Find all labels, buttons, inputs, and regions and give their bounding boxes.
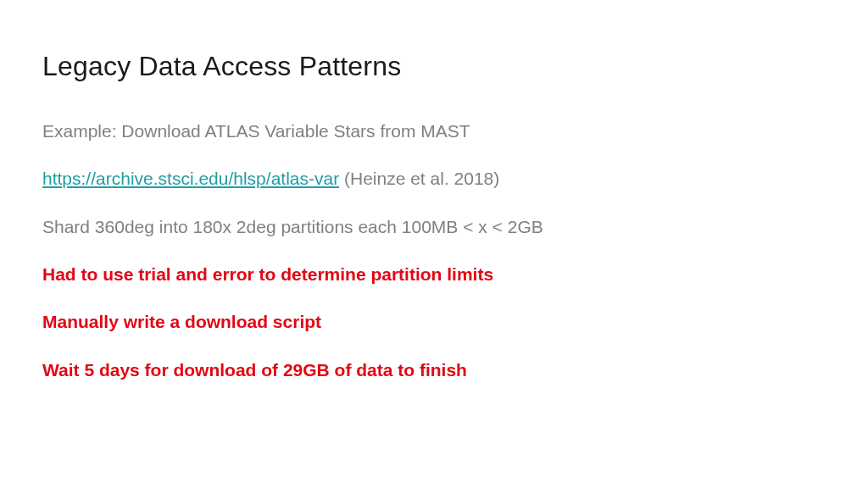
slide-title: Legacy Data Access Patterns — [42, 51, 826, 82]
wait-line: Wait 5 days for download of 29GB of data… — [42, 358, 826, 382]
archive-link[interactable]: https://archive.stsci.edu/hlsp/atlas-var — [42, 169, 339, 188]
link-citation: (Heinze et al. 2018) — [339, 169, 499, 188]
trial-line: Had to use trial and error to determine … — [42, 263, 826, 286]
link-line: https://archive.stsci.edu/hlsp/atlas-var… — [42, 167, 826, 191]
script-line: Manually write a download script — [42, 310, 826, 334]
shard-line: Shard 360deg into 180x 2deg partitions e… — [42, 215, 826, 239]
example-line: Example: Download ATLAS Variable Stars f… — [42, 119, 826, 143]
